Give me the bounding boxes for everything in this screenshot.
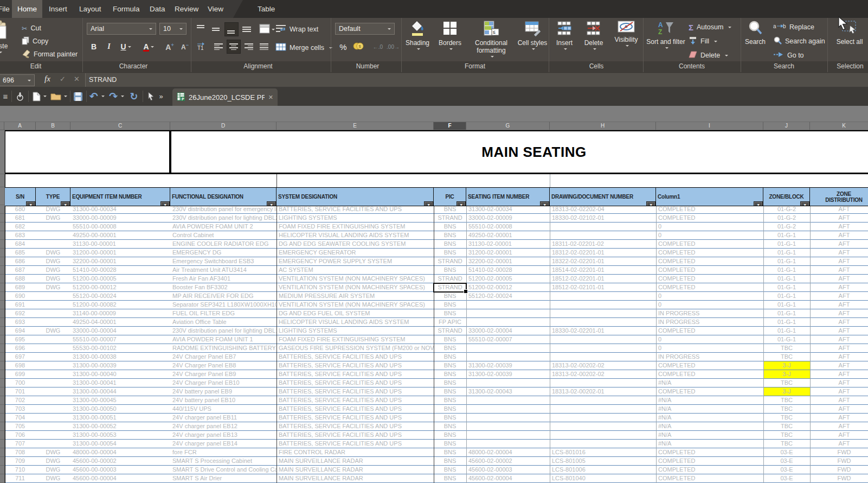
cell[interactable]: BATTERIES, SERVICE FACILITIES AND UPS — [277, 379, 434, 387]
cell[interactable]: AFT — [810, 249, 868, 257]
menu-layout[interactable]: Layout — [74, 0, 107, 18]
cell[interactable]: AC SYSTEM — [277, 266, 434, 274]
cell[interactable] — [550, 344, 656, 352]
cell[interactable]: 708 — [4, 448, 36, 456]
table-header-type[interactable]: TYPE▼ — [36, 188, 70, 206]
shrink-font-button[interactable]: A− — [178, 40, 192, 54]
cell[interactable] — [466, 309, 550, 317]
cell[interactable]: BNS — [434, 353, 466, 361]
menu-home[interactable]: Home — [12, 0, 42, 18]
table-header-system-designation[interactable]: SYSTEM DESIGNATION▼ — [277, 188, 434, 206]
menu-data[interactable]: Data — [144, 0, 171, 18]
cell[interactable]: AFT — [810, 414, 868, 422]
cell[interactable] — [550, 379, 656, 387]
cell[interactable]: AFT — [810, 266, 868, 274]
align-distributed-button[interactable] — [240, 22, 254, 36]
cell[interactable] — [36, 396, 70, 404]
cell[interactable]: 31200-00-00001 — [70, 249, 170, 257]
cell[interactable]: FP APIC — [434, 318, 466, 326]
cell[interactable] — [36, 387, 70, 396]
cell[interactable]: 31130-00-00001 — [70, 240, 170, 248]
cell[interactable] — [466, 405, 550, 413]
redo-caret[interactable] — [119, 87, 124, 106]
cell[interactable]: AFT — [810, 231, 868, 239]
cell[interactable]: BATTERIES, SERVICE FACILITIES AND UPS — [277, 431, 434, 439]
cell[interactable]: 31300-00-00040 — [70, 370, 170, 378]
cell[interactable] — [36, 240, 70, 248]
cell[interactable]: AFT — [810, 327, 868, 335]
cell[interactable]: STRAND — [434, 214, 466, 222]
cell[interactable] — [36, 353, 70, 361]
cell[interactable]: BNS — [434, 457, 466, 465]
hamburger-menu-icon[interactable]: ≡ — [1, 87, 10, 106]
row-header-stub[interactable] — [0, 283, 4, 292]
align-justify-button[interactable] — [257, 40, 271, 54]
cell[interactable]: 693 — [4, 318, 36, 326]
wrap-text-button[interactable]: Wrap text — [273, 23, 320, 35]
table-header-equipment-item-number[interactable]: EQUIPMENT ITEM NUMBER▼ — [70, 188, 170, 206]
cell[interactable]: BATTERIES, SERVICE FACILITIES AND UPS — [277, 370, 434, 378]
cell[interactable]: FOAM FIXED FIRE EXTINGUISHING SYSTEM — [277, 223, 434, 231]
open-folder-icon[interactable] — [50, 87, 62, 106]
cell[interactable]: 0 — [656, 335, 763, 344]
cell[interactable]: DWG — [36, 266, 70, 274]
cell[interactable] — [550, 223, 656, 231]
number-format-select[interactable]: Default — [335, 23, 395, 35]
sort-filter-caret[interactable] — [665, 47, 668, 50]
cell[interactable]: 711 — [4, 474, 36, 482]
cell[interactable] — [36, 431, 70, 439]
row-header-stub[interactable] — [0, 379, 4, 387]
cell[interactable]: DWG — [36, 457, 70, 465]
cell[interactable] — [36, 301, 70, 309]
table-header-pic[interactable]: PIC▼ — [434, 188, 466, 206]
table-header-s-n[interactable]: S/N▼ — [4, 188, 36, 206]
formula-input[interactable]: STRAND — [85, 73, 868, 87]
font-color-caret[interactable] — [151, 46, 154, 49]
filter-button[interactable]: ▼ — [61, 201, 70, 206]
cell[interactable]: 32200-02-00001 — [466, 257, 550, 265]
currency-button[interactable]: $ — [351, 40, 365, 54]
cell[interactable]: AFT — [810, 205, 868, 213]
row-header-stub[interactable] — [0, 414, 4, 422]
cell[interactable]: VENTILATION SYSTEM (NON MACHINERY SPACES… — [277, 283, 434, 291]
cell[interactable]: 01-G-2 — [763, 214, 810, 222]
replace-button[interactable]: ab Replace — [771, 21, 816, 33]
cell[interactable]: BNS — [434, 309, 466, 317]
cell[interactable] — [550, 318, 656, 326]
cell[interactable]: 03-E — [763, 466, 810, 474]
row-header-stub[interactable] — [0, 335, 4, 344]
cell[interactable]: COMPLETED — [656, 266, 763, 274]
cell[interactable]: LIGHTING SYSTEMS — [277, 327, 434, 335]
new-document-caret[interactable] — [41, 87, 47, 106]
row-header-stub[interactable] — [0, 396, 4, 405]
cell[interactable]: 24V battery panel EB9 — [170, 387, 277, 396]
cell[interactable]: BNS — [434, 361, 466, 370]
cell[interactable]: 31300-00-00045 — [70, 396, 170, 404]
visibility-caret[interactable] — [626, 45, 629, 48]
search-button[interactable]: Search — [742, 20, 769, 60]
align-left-button[interactable] — [211, 40, 226, 54]
cell[interactable]: LCS-801005 — [550, 457, 656, 465]
cell[interactable]: 24V Charger Panel EB8 — [170, 361, 277, 370]
cell[interactable]: COMPLETED — [656, 283, 763, 291]
cell[interactable]: 699 — [4, 370, 36, 378]
cell[interactable] — [466, 344, 550, 352]
cell[interactable]: 3-J — [763, 361, 810, 370]
cell[interactable]: BNS — [434, 231, 466, 239]
align-center-button[interactable] — [227, 40, 241, 54]
cell[interactable]: 703 — [4, 405, 36, 413]
cell[interactable]: 31300-00-00038 — [70, 353, 170, 361]
cell[interactable] — [550, 231, 656, 239]
cell[interactable]: 45600-02-00004 — [466, 474, 550, 482]
cell[interactable]: RADOME EXTINGUISHING BATTERY — [170, 344, 277, 352]
cell[interactable]: DWG — [36, 257, 70, 265]
cell[interactable]: LCS-801040 — [550, 474, 656, 482]
cell[interactable] — [36, 405, 70, 413]
cell[interactable]: EMERGENCY GENERATOR — [277, 249, 434, 257]
cell[interactable]: HELICOPTER VISUAL LANDING AIDS SYSTEM — [277, 231, 434, 239]
fx-icon[interactable]: fx — [44, 74, 50, 84]
cell[interactable]: FUEL OIL FILTER EDG — [170, 309, 277, 317]
close-tab-icon[interactable]: ✕ — [268, 94, 273, 101]
cell[interactable]: Aviation Office Table — [170, 318, 277, 326]
grow-font-button[interactable]: A+ — [163, 40, 177, 54]
